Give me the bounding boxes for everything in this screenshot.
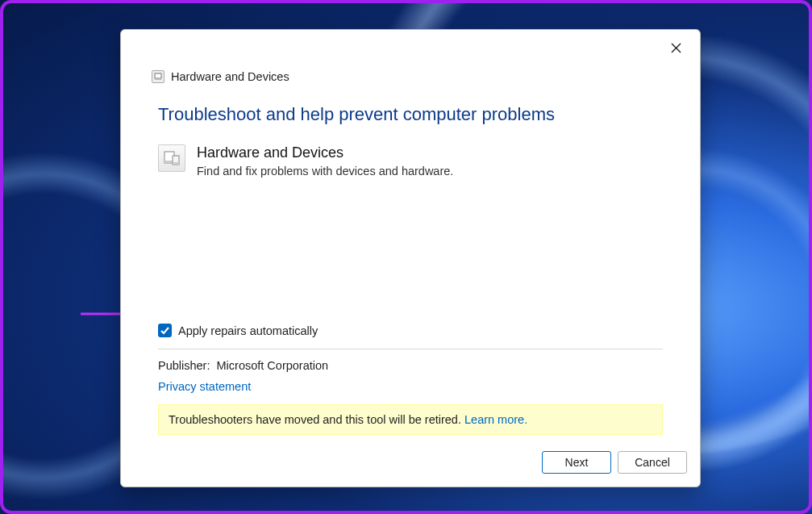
svg-rect-9 (173, 162, 179, 165)
retirement-notice: Troubleshooters have moved and this tool… (158, 404, 663, 435)
page-heading: Troubleshoot and help prevent computer p… (158, 104, 663, 125)
svg-rect-5 (155, 78, 161, 80)
checkmark-icon (160, 325, 170, 336)
notice-text: Troubleshooters have moved and this tool… (169, 413, 461, 426)
dialog-body: Troubleshoot and help prevent computer p… (121, 93, 700, 451)
publisher-value: Microsoft Corporation (217, 359, 329, 372)
close-icon (671, 43, 681, 53)
devices-large-icon (158, 144, 185, 172)
dialog-footer: Next Cancel (121, 451, 700, 487)
apply-repairs-label[interactable]: Apply repairs automatically (178, 324, 318, 337)
close-button[interactable] (660, 35, 692, 61)
learn-more-link[interactable]: Learn more. (464, 413, 527, 426)
publisher-label: Publisher: (158, 359, 210, 372)
dialog-header: Hardware and Devices (121, 65, 700, 93)
troubleshooter-section: Hardware and Devices Find and fix proble… (158, 144, 663, 178)
privacy-statement-link[interactable]: Privacy statement (158, 380, 663, 393)
troubleshooter-dialog: Hardware and Devices Troubleshoot and he… (120, 29, 701, 487)
section-description: Find and fix problems with devices and h… (197, 165, 453, 178)
apply-repairs-checkbox[interactable] (158, 324, 172, 337)
next-button[interactable]: Next (542, 451, 611, 474)
cancel-button[interactable]: Cancel (618, 451, 687, 474)
apply-repairs-option[interactable]: Apply repairs automatically (158, 324, 663, 349)
dialog-title: Hardware and Devices (171, 70, 289, 83)
section-title: Hardware and Devices (197, 144, 453, 161)
titlebar (121, 30, 700, 65)
svg-rect-4 (155, 73, 161, 78)
publisher-row: Publisher: Microsoft Corporation (158, 359, 663, 372)
devices-icon (152, 70, 164, 83)
